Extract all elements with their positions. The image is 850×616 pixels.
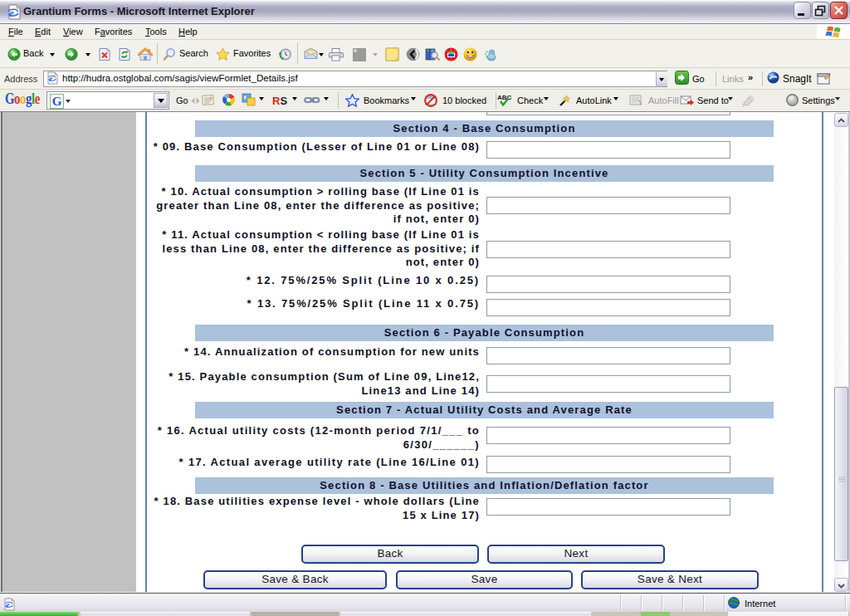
svg-text:e: e (49, 74, 53, 83)
svg-text:e: e (9, 7, 14, 19)
svg-text:e: e (6, 600, 10, 609)
svg-text:ABC: ABC (497, 94, 512, 101)
